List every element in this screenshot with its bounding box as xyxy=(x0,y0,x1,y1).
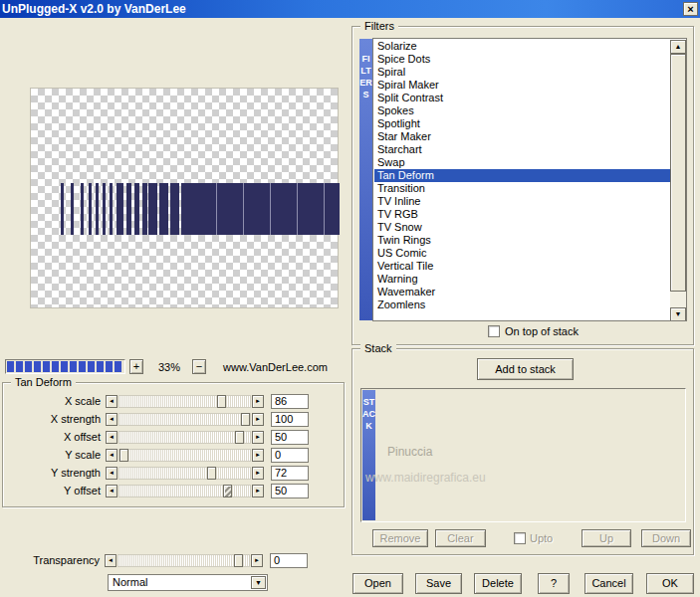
list-item[interactable]: TV Snow xyxy=(374,221,670,234)
list-item[interactable]: Star Maker xyxy=(374,130,670,143)
list-item[interactable]: Transition xyxy=(374,182,670,195)
remove-button[interactable]: Remove xyxy=(372,529,428,547)
list-item[interactable]: Spiral xyxy=(374,66,670,79)
list-item[interactable]: Wavemaker xyxy=(374,286,670,298)
up-button[interactable]: Up xyxy=(582,529,631,547)
list-item[interactable]: Spiral Maker xyxy=(374,79,670,92)
slider-left-arrow-icon[interactable]: ◄ xyxy=(106,431,117,444)
slider-thumb[interactable] xyxy=(235,431,244,444)
slider-thumb[interactable] xyxy=(207,467,216,480)
scroll-down-button[interactable]: ▼ xyxy=(670,307,686,321)
dropdown-arrow-icon[interactable]: ▼ xyxy=(251,576,266,589)
help-button[interactable]: ? xyxy=(538,573,570,594)
filters-group-label: Filters xyxy=(360,20,398,33)
slider-value-field[interactable]: 72 xyxy=(271,466,309,481)
add-to-stack-button[interactable]: Add to stack xyxy=(477,358,574,380)
zoom-out-button[interactable]: − xyxy=(192,359,206,374)
slider-thumb[interactable] xyxy=(241,413,250,426)
scroll-thumb[interactable] xyxy=(670,54,686,292)
list-item[interactable]: Swap xyxy=(374,156,670,169)
slider-track[interactable] xyxy=(118,485,251,498)
ok-button[interactable]: OK xyxy=(646,573,694,594)
filters-list[interactable]: SolarizeSpice DotsSpiralSpiral MakerSpli… xyxy=(372,38,687,321)
scroll-up-icon: ▲ xyxy=(675,43,682,50)
list-item[interactable]: Warning xyxy=(374,273,670,286)
close-button[interactable]: × xyxy=(683,2,698,16)
band-stripes-denser xyxy=(148,183,190,235)
transparency-value-field[interactable]: 0 xyxy=(270,553,308,568)
slider-left-arrow-icon[interactable]: ◄ xyxy=(106,449,117,462)
clear-button[interactable]: Clear xyxy=(435,529,486,547)
transparency-track[interactable] xyxy=(117,554,250,567)
slider-thumb[interactable] xyxy=(217,395,226,408)
tan-deform-group-label: Tan Deform xyxy=(11,376,76,389)
transparency-label: Transparency xyxy=(6,554,105,566)
slider-value-field[interactable]: 0 xyxy=(271,448,309,463)
band-stripes-sparse xyxy=(61,183,89,235)
list-item[interactable]: Solarize xyxy=(374,40,670,53)
slider-left-arrow-icon[interactable]: ◄ xyxy=(106,395,117,408)
preview-canvas[interactable] xyxy=(30,88,339,308)
slider-right-arrow-icon[interactable]: ► xyxy=(252,449,264,462)
list-item[interactable]: TV RGB xyxy=(374,208,670,221)
vendor-link[interactable]: www.VanDerLee.com xyxy=(223,361,328,373)
blend-mode-select[interactable]: Normal ▼ xyxy=(108,574,268,591)
list-item[interactable]: Zoomlens xyxy=(374,298,670,311)
slider-track[interactable] xyxy=(118,413,251,426)
slider-right-arrow-icon[interactable]: ► xyxy=(251,554,263,567)
slider-track[interactable] xyxy=(118,431,251,444)
band-stripes-medium xyxy=(89,183,118,235)
zoom-in-button[interactable]: + xyxy=(129,359,143,374)
window-titlebar[interactable]: UnPlugged-X v2.0 by VanDerLee xyxy=(0,0,700,18)
slider-track[interactable] xyxy=(118,467,251,480)
slider-right-arrow-icon[interactable]: ► xyxy=(252,485,264,498)
slider-row-x-strength: X strength ◄ ► 100 xyxy=(7,412,344,426)
slider-value-field[interactable]: 50 xyxy=(271,484,309,498)
list-item[interactable]: Twin Rings xyxy=(374,234,670,247)
slider-value-field[interactable]: 50 xyxy=(271,430,309,445)
list-item[interactable]: Starchart xyxy=(374,143,670,156)
slider-right-arrow-icon[interactable]: ► xyxy=(252,467,264,480)
list-item[interactable]: Tan Deform xyxy=(374,169,670,182)
list-item[interactable]: TV Inline xyxy=(374,195,670,208)
slider-left-arrow-icon[interactable]: ◄ xyxy=(106,467,117,480)
slider-label: X offset xyxy=(7,431,106,443)
slider-right-arrow-icon[interactable]: ► xyxy=(252,395,264,408)
slider-left-arrow-icon[interactable]: ◄ xyxy=(106,485,117,498)
effect-band xyxy=(31,183,340,235)
slider-left-arrow-icon[interactable]: ◄ xyxy=(105,554,117,567)
band-solid xyxy=(190,183,340,235)
close-icon: × xyxy=(687,3,693,15)
list-item[interactable]: US Comic xyxy=(374,247,670,260)
upto-label: Upto xyxy=(530,532,553,544)
watermark-url: www.maidiregrafica.eu xyxy=(365,471,486,485)
filters-scrollbar[interactable]: ▲ ▼ xyxy=(670,40,686,321)
save-button[interactable]: Save xyxy=(415,573,462,594)
slider-left-arrow-icon[interactable]: ◄ xyxy=(106,413,117,426)
list-item[interactable]: Vertical Tile xyxy=(374,260,670,273)
on-top-of-stack-checkbox[interactable] xyxy=(488,325,500,337)
slider-right-arrow-icon[interactable]: ► xyxy=(252,431,264,444)
filters-vertical-bar: FILTERS xyxy=(359,39,372,320)
slider-thumb[interactable] xyxy=(119,449,128,462)
slider-thumb[interactable] xyxy=(223,485,232,498)
slider-track[interactable] xyxy=(118,449,251,462)
list-item[interactable]: Spice Dots xyxy=(374,53,670,66)
transparency-slider-row: Transparency ◄ ► 0 xyxy=(6,553,343,567)
slider-value-field[interactable]: 100 xyxy=(271,412,309,427)
list-item[interactable]: Split Contrast xyxy=(374,92,670,104)
slider-track[interactable] xyxy=(118,395,251,408)
slider-value-field[interactable]: 86 xyxy=(271,394,309,409)
delete-button[interactable]: Delete xyxy=(474,573,522,594)
upto-checkbox[interactable] xyxy=(514,532,526,544)
list-item[interactable]: Spokes xyxy=(374,104,670,117)
open-button[interactable]: Open xyxy=(352,573,403,594)
cancel-button[interactable]: Cancel xyxy=(584,573,633,594)
list-item[interactable]: Spotlight xyxy=(374,117,670,130)
stack-panel[interactable]: STACK Pinuccia www.maidiregrafica.eu xyxy=(360,388,686,522)
slider-label: X scale xyxy=(7,395,106,407)
scroll-up-button[interactable]: ▲ xyxy=(670,40,686,54)
transparency-thumb[interactable] xyxy=(234,554,243,567)
slider-right-arrow-icon[interactable]: ► xyxy=(252,413,264,426)
down-button[interactable]: Down xyxy=(641,529,691,547)
